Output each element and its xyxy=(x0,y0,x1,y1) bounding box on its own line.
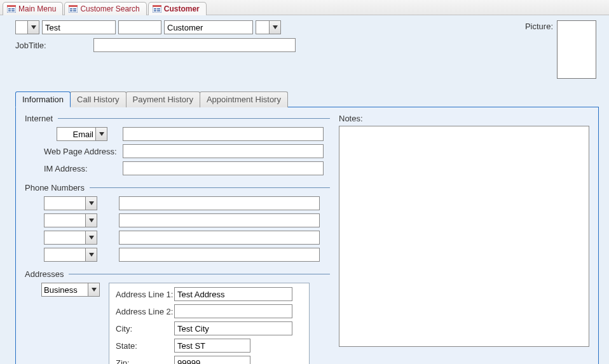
dropdown-arrow-icon[interactable] xyxy=(95,128,107,140)
page-tab-main-menu[interactable]: Main Menu xyxy=(3,2,63,15)
suffix-dropdown[interactable] xyxy=(256,20,281,34)
page-tab-strip: Main Menu Customer Search Customer xyxy=(0,0,609,15)
page-tab-customer[interactable]: Customer xyxy=(148,2,207,15)
address-panel: Address Line 1: Address Line 2: City: St… xyxy=(109,283,310,364)
svg-rect-10 xyxy=(70,10,72,11)
svg-rect-11 xyxy=(73,10,76,11)
middle-name-input[interactable] xyxy=(118,20,161,34)
svg-rect-8 xyxy=(70,8,72,10)
detail-tab-strip: Information Call History Payment History… xyxy=(15,91,599,107)
addr-line2-label: Address Line 2: xyxy=(113,307,174,316)
phone-type-input[interactable] xyxy=(44,197,85,210)
svg-rect-15 xyxy=(157,8,160,10)
tab-payment-history[interactable]: Payment History xyxy=(126,91,200,107)
dropdown-arrow-icon[interactable] xyxy=(85,197,97,210)
addr-line1-label: Address Line 1: xyxy=(113,290,174,299)
picture-label: Picture: xyxy=(525,20,553,31)
suffix-input[interactable] xyxy=(256,21,269,34)
svg-rect-16 xyxy=(154,10,156,11)
phone-type-input[interactable] xyxy=(44,231,85,244)
tab-call-history[interactable]: Call History xyxy=(70,91,126,107)
phone-number-input[interactable] xyxy=(119,248,320,262)
svg-rect-14 xyxy=(154,8,156,10)
divider xyxy=(58,118,330,119)
phone-type-dropdown[interactable] xyxy=(44,248,97,262)
phone-type-input[interactable] xyxy=(44,214,85,227)
svg-rect-7 xyxy=(69,5,78,7)
dropdown-arrow-icon[interactable] xyxy=(269,21,280,34)
group-internet-label: Internet xyxy=(25,114,53,123)
page-tab-customer-search[interactable]: Customer Search xyxy=(64,2,146,15)
email-type-input[interactable] xyxy=(57,128,95,140)
dropdown-arrow-icon[interactable] xyxy=(85,231,97,244)
addr-state-input[interactable] xyxy=(174,339,250,353)
web-label: Web Page Address: xyxy=(25,147,123,156)
group-addresses-label: Addresses xyxy=(25,269,64,279)
address-type-dropdown[interactable] xyxy=(41,283,100,297)
tab-information[interactable]: Information xyxy=(15,91,71,107)
email-input[interactable] xyxy=(123,127,324,141)
prefix-input[interactable] xyxy=(16,21,27,34)
form-icon xyxy=(69,5,78,13)
phone-number-input[interactable] xyxy=(119,231,320,245)
addr-line2-input[interactable] xyxy=(174,304,292,318)
dropdown-arrow-icon[interactable] xyxy=(85,248,97,261)
picture-box[interactable] xyxy=(557,20,596,79)
web-input[interactable] xyxy=(123,144,324,158)
dropdown-arrow-icon[interactable] xyxy=(27,21,39,34)
addr-zip-label: Zip: xyxy=(113,358,174,365)
prefix-dropdown[interactable] xyxy=(15,20,39,34)
tab-appointment-history[interactable]: Appointment History xyxy=(200,91,288,107)
divider xyxy=(90,187,330,188)
phone-type-dropdown[interactable] xyxy=(44,213,97,227)
svg-rect-1 xyxy=(7,5,16,7)
phone-type-dropdown[interactable] xyxy=(44,196,97,210)
first-name-input[interactable] xyxy=(42,20,116,34)
jobtitle-label: JobTitle: xyxy=(15,41,46,50)
notes-label: Notes: xyxy=(339,114,363,123)
jobtitle-input[interactable] xyxy=(93,38,296,52)
addr-state-label: State: xyxy=(113,341,174,351)
svg-rect-9 xyxy=(73,8,76,10)
dropdown-arrow-icon[interactable] xyxy=(88,283,99,296)
dropdown-arrow-icon[interactable] xyxy=(85,214,97,227)
phone-type-input[interactable] xyxy=(44,248,85,261)
addr-zip-input[interactable] xyxy=(174,356,250,364)
email-type-dropdown[interactable] xyxy=(57,127,107,141)
group-phone-label: Phone Numbers xyxy=(25,183,85,192)
svg-rect-17 xyxy=(157,10,160,11)
page-tab-label: Main Menu xyxy=(18,4,56,13)
svg-rect-13 xyxy=(153,5,161,7)
form-icon xyxy=(153,5,161,13)
phone-type-dropdown[interactable] xyxy=(44,231,97,245)
im-input[interactable] xyxy=(123,161,324,175)
page-tab-label: Customer xyxy=(164,4,200,13)
addr-line1-input[interactable] xyxy=(174,287,292,301)
svg-rect-3 xyxy=(11,8,15,10)
address-type-input[interactable] xyxy=(42,283,88,296)
phone-number-input[interactable] xyxy=(119,213,320,227)
form-icon xyxy=(7,5,16,13)
addr-city-input[interactable] xyxy=(174,321,292,335)
svg-rect-4 xyxy=(8,10,11,11)
svg-rect-5 xyxy=(11,10,15,11)
notes-textarea[interactable] xyxy=(339,126,589,347)
svg-rect-2 xyxy=(8,8,11,10)
addr-city-label: City: xyxy=(113,324,174,334)
phone-number-input[interactable] xyxy=(119,196,320,210)
last-name-input[interactable] xyxy=(164,20,253,34)
im-label: IM Address: xyxy=(25,164,123,173)
page-tab-label: Customer Search xyxy=(80,4,139,13)
divider xyxy=(69,274,330,274)
